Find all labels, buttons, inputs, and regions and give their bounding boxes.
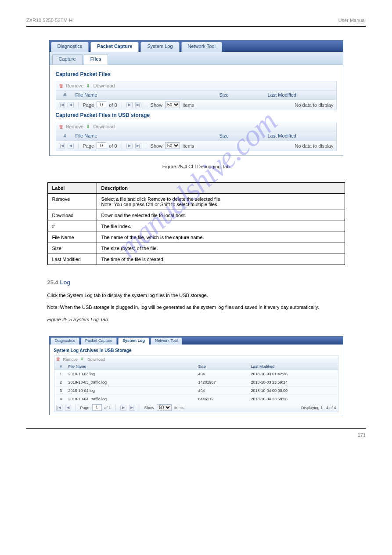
download-icon: ⬇	[80, 357, 86, 362]
sub-tab-bar-1: CaptureFiles	[50, 52, 343, 65]
tab-packet-capture[interactable]: Packet Capture	[90, 42, 139, 52]
label-cell: Remove	[47, 194, 97, 210]
trash-icon: 🗑	[59, 124, 64, 129]
last-page-button[interactable]: ▶|	[129, 405, 135, 411]
pagesize-select[interactable]: 50	[157, 404, 172, 411]
tab-network-tool[interactable]: Network Tool	[181, 42, 222, 52]
main-tab-bar-1: DiagnosticsPacket CaptureSystem LogNetwo…	[50, 40, 343, 52]
desc-cell: The file index.	[97, 221, 345, 232]
desc-cell: The time of the file is created.	[97, 254, 345, 265]
tab-diagnostics[interactable]: Diagnostics	[50, 337, 80, 345]
trash-icon: 🗑	[59, 83, 64, 88]
table-row[interactable]: 12018-10-03.log4942018-10-03 01:42:36	[54, 370, 338, 378]
page-number-input[interactable]	[97, 142, 106, 149]
next-page-button[interactable]: ▶	[120, 405, 126, 411]
next-page-button[interactable]: ▶	[126, 143, 133, 149]
download-button[interactable]: ⬇Download	[86, 83, 115, 88]
tab-system-log[interactable]: System Log	[140, 42, 179, 52]
col-num: #	[54, 363, 68, 370]
tab-network-tool[interactable]: Network Tool	[151, 337, 182, 345]
label-cell: Download	[47, 210, 97, 221]
col-mod: Last Modified	[250, 363, 338, 370]
labels-th-label: Label	[47, 183, 97, 194]
tab-system-log[interactable]: System Log	[118, 337, 149, 345]
label-cell: #	[47, 221, 97, 232]
labels-table: Label Description RemoveSelect a file an…	[47, 182, 345, 265]
items-label: items	[174, 406, 184, 410]
first-page-button[interactable]: |◀	[59, 143, 65, 149]
prev-page-button[interactable]: ◀	[68, 143, 74, 149]
header-doc: User Manual	[338, 18, 366, 23]
col-mod: Last Modified	[266, 91, 336, 99]
page-label: Page	[80, 406, 90, 410]
pager-1: |◀◀Pageof 0▶▶|Show50itemsNo data to disp…	[56, 141, 336, 151]
section-note: Note: When the USB storage is plugged in…	[47, 304, 345, 311]
footer-page: 171	[358, 432, 366, 438]
header-rule	[26, 26, 366, 27]
col-size: Size	[218, 131, 266, 140]
show-label: Show	[144, 406, 155, 410]
toolbar-0: 🗑Remove⬇Download	[56, 81, 336, 91]
labels-th-desc: Description	[97, 183, 345, 194]
page-header: ZXR10 5250-52TM-H User Manual	[26, 18, 366, 23]
section-title-1: Captured Packet Files in USB storage	[56, 112, 337, 118]
download-icon: ⬇	[86, 124, 91, 129]
column-header-0: #File NameSizeLast Modified	[56, 91, 336, 100]
remove-button[interactable]: 🗑Remove	[59, 83, 84, 88]
col-file: File Name	[68, 363, 198, 370]
col-file: File Name	[74, 131, 218, 140]
column-header-1: #File NameSizeLast Modified	[56, 131, 336, 141]
tab-packet-capture[interactable]: Packet Capture	[81, 337, 117, 345]
pager-0: |◀◀Pageof 0▶▶|Show50itemsNo data to disp…	[56, 100, 336, 110]
col-file: File Name	[74, 91, 218, 99]
displaying-label: Displaying 1 - 4 of 4	[301, 406, 336, 410]
col-num: #	[56, 131, 74, 140]
remove-button[interactable]: 🗑Remove	[56, 357, 78, 362]
desc-cell: Select a file and click Remove to delete…	[97, 194, 345, 210]
footer-rule	[26, 428, 366, 429]
header-model: ZXR10 5250-52TM-H	[26, 18, 72, 23]
col-mod: Last Modified	[266, 131, 336, 140]
figure-1-caption: Figure 25-4 CLI Debugging Tab	[26, 164, 366, 169]
table-row[interactable]: 22018-10-03_traffic.log142019672018-10-0…	[54, 378, 338, 387]
section-heading: 25.4 Log	[47, 278, 345, 287]
page-footer: 171	[26, 432, 366, 438]
figure-2-toolbar: 🗑Remove ⬇Download	[54, 356, 338, 363]
section-number: 25.4	[47, 279, 58, 286]
subtab-files[interactable]: Files	[84, 54, 108, 65]
main-tab-bar-2: DiagnosticsPacket CaptureSystem LogNetwo…	[50, 337, 343, 345]
nodata-label: No data to display	[295, 102, 333, 108]
prev-page-button[interactable]: ◀	[68, 102, 74, 108]
col-num: #	[56, 91, 74, 99]
download-button[interactable]: ⬇Download	[80, 357, 105, 362]
pagesize-select[interactable]: 50	[165, 142, 180, 149]
table-row[interactable]: 42018-10-04_traffic.log84461122018-10-04…	[54, 395, 338, 403]
page-number-input[interactable]	[92, 404, 102, 411]
desc-cell: Download the selected file to local host…	[97, 210, 345, 221]
table-row[interactable]: 32018-10-04.log4942018-10-04 00:00:00	[54, 387, 338, 395]
section-title-0: Captured Packet Files	[56, 71, 337, 77]
subtab-capture[interactable]: Capture	[52, 54, 83, 65]
next-page-button[interactable]: ▶	[126, 102, 133, 108]
first-page-button[interactable]: |◀	[56, 405, 62, 411]
remove-button[interactable]: 🗑Remove	[59, 124, 84, 129]
download-icon: ⬇	[86, 83, 91, 88]
col-size: Size	[218, 91, 266, 99]
first-page-button[interactable]: |◀	[59, 102, 65, 108]
download-button[interactable]: ⬇Download	[86, 124, 115, 129]
last-page-button[interactable]: ▶|	[135, 102, 141, 108]
desc-cell: The name of the file, which is the captu…	[97, 232, 345, 243]
tab-diagnostics[interactable]: Diagnostics	[51, 42, 89, 52]
label-cell: Last Modified	[47, 254, 97, 265]
section-paragraph: Click the System Log tab to display the …	[47, 292, 345, 299]
figure-1-panel: DiagnosticsPacket CaptureSystem LogNetwo…	[49, 40, 343, 156]
desc-cell: The size (bytes) of the file.	[97, 243, 345, 254]
trash-icon: 🗑	[56, 357, 61, 362]
figure-2-pager: |◀ ◀ Page of 1 ▶ ▶| Show 50 items Displa…	[54, 403, 338, 412]
page-number-input[interactable]	[97, 102, 106, 108]
section-title: Log	[60, 279, 70, 286]
last-page-button[interactable]: ▶|	[135, 143, 141, 149]
pagesize-select[interactable]: 50	[165, 102, 180, 108]
figure-2-panel: DiagnosticsPacket CaptureSystem LogNetwo…	[49, 336, 343, 415]
prev-page-button[interactable]: ◀	[65, 405, 71, 411]
